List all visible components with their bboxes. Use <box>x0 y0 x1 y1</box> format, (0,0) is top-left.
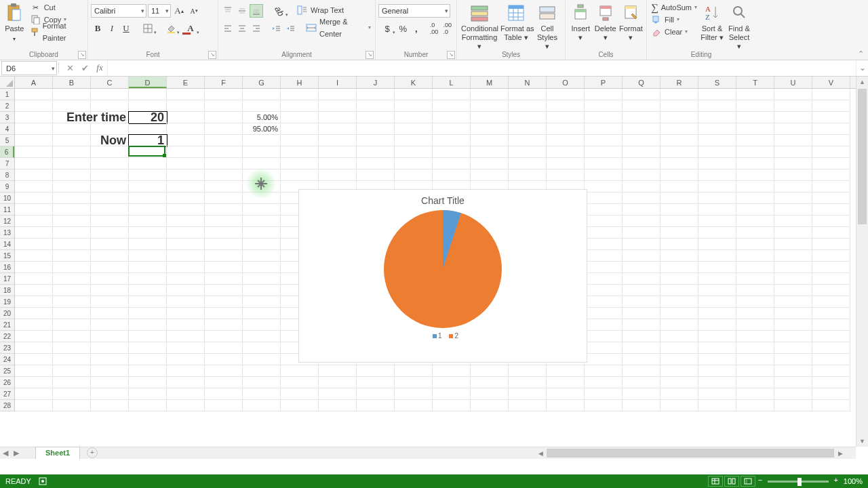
increase-indent-button[interactable] <box>284 22 298 35</box>
wrap-icon <box>297 5 308 16</box>
bold-button[interactable]: B <box>91 22 104 35</box>
legend-label-1: 1 <box>438 332 442 340</box>
macro-record-icon[interactable] <box>38 476 47 486</box>
svg-text:A: A <box>705 5 711 13</box>
cell-grid[interactable]: Chart Title 1 2 Enter time205.00%95.00%N… <box>15 89 856 447</box>
fx-icon[interactable]: fx <box>92 60 107 76</box>
align-top-button[interactable] <box>221 4 235 18</box>
embedded-chart[interactable]: Chart Title 1 2 <box>298 189 587 363</box>
percent-format-button[interactable]: % <box>397 22 410 35</box>
font-color-button[interactable]: A <box>181 22 200 35</box>
increase-decimal-button[interactable]: .0.00 <box>428 22 441 35</box>
eraser-icon <box>651 26 662 37</box>
delete-icon <box>598 4 613 22</box>
tab-nav-prev-icon[interactable]: ◀ <box>0 449 11 458</box>
format-cells-button[interactable]: Format▾ <box>618 1 644 43</box>
svg-rect-64 <box>745 479 751 484</box>
autosum-button[interactable]: ∑AutoSum ▾ <box>650 1 698 14</box>
ribbon: Paste ▾ ✂Cut Copy ▾ Format Painter Clipb… <box>0 0 868 60</box>
format-painter-button[interactable]: Format Painter <box>29 26 85 38</box>
increase-font-button[interactable]: A▴ <box>172 4 186 18</box>
underline-button[interactable]: U <box>119 22 133 35</box>
group-label: Clipboard <box>0 50 87 60</box>
name-box[interactable]: D6 <box>1 61 57 75</box>
row-headers[interactable]: 1234567891011121314151617181920212223242… <box>0 89 15 411</box>
formula-input[interactable] <box>107 60 856 76</box>
svg-rect-10 <box>167 32 175 33</box>
dialog-launcher-icon[interactable]: ↘ <box>366 51 374 59</box>
enter-formula-button[interactable]: ✔ <box>77 60 92 76</box>
comma-format-button[interactable]: , <box>410 22 423 35</box>
find-select-button[interactable]: Find & Select ▾ <box>726 1 753 52</box>
fill-down-icon <box>651 14 662 25</box>
svg-rect-41 <box>540 7 555 12</box>
status-bar: READY 100% <box>0 474 868 488</box>
clear-button[interactable]: Clear ▾ <box>650 26 698 38</box>
align-center-button[interactable] <box>235 22 249 35</box>
collapse-ribbon-icon[interactable]: ⌃ <box>858 49 864 58</box>
align-bottom-button[interactable] <box>250 4 263 18</box>
cell-styles-button[interactable]: Cell Styles ▾ <box>533 1 561 52</box>
view-page-layout-button[interactable] <box>724 476 739 487</box>
fill-button[interactable]: Fill ▾ <box>650 14 698 26</box>
group-cells: Insert▾ Delete▾ Format▾ Cells <box>566 0 647 60</box>
italic-button[interactable]: I <box>105 22 119 35</box>
insert-cells-button[interactable]: Insert▾ <box>568 1 593 43</box>
merge-center-button[interactable]: Merge & Center ▾ <box>304 22 372 34</box>
column-headers[interactable]: ABCDEFGHIJKLMNOPQRSTUV <box>15 77 856 89</box>
group-label: Alignment <box>218 50 375 60</box>
vertical-scrollbar[interactable]: ▲▼ <box>856 77 868 447</box>
orientation-button[interactable]: ab <box>270 4 289 18</box>
add-sheet-button[interactable]: + <box>87 447 98 458</box>
decrease-decimal-button[interactable]: .00.0 <box>441 22 454 35</box>
dialog-launcher-icon[interactable]: ↘ <box>447 51 455 59</box>
paste-icon <box>5 3 23 23</box>
group-label: Styles <box>457 50 565 60</box>
sort-filter-button[interactable]: AZSort & Filter ▾ <box>698 1 726 52</box>
number-format-combo[interactable]: General <box>378 4 450 18</box>
select-all-button[interactable] <box>0 77 15 89</box>
spreadsheet-area: ABCDEFGHIJKLMNOPQRSTUV 12345678910111213… <box>0 77 868 459</box>
horizontal-scrollbar[interactable]: ◀▶ <box>536 447 845 459</box>
delete-cells-button[interactable]: Delete▾ <box>593 1 618 43</box>
group-clipboard: Paste ▾ ✂Cut Copy ▾ Format Painter Clipb… <box>0 0 88 60</box>
align-middle-button[interactable] <box>235 4 249 18</box>
cell-styles-icon <box>538 4 556 22</box>
format-as-table-button[interactable]: Format as Table ▾ <box>499 1 533 52</box>
decrease-font-button[interactable]: A▾ <box>187 4 201 18</box>
paste-button[interactable]: Paste ▾ <box>3 1 26 45</box>
decrease-indent-button[interactable] <box>270 22 283 35</box>
accounting-format-button[interactable]: $ <box>378 22 396 35</box>
dialog-launcher-icon[interactable]: ↘ <box>208 51 216 59</box>
copy-icon <box>31 14 41 25</box>
legend-swatch-1 <box>433 334 437 338</box>
font-size-combo[interactable]: 11 <box>148 4 171 18</box>
font-name-combo[interactable]: Calibri <box>91 4 146 18</box>
cond-format-icon <box>470 3 489 22</box>
zoom-slider[interactable] <box>768 481 829 483</box>
view-page-break-button[interactable] <box>741 476 755 487</box>
tab-sheet1[interactable]: Sheet1 <box>35 447 80 459</box>
view-normal-button[interactable] <box>708 476 723 487</box>
cut-button[interactable]: ✂Cut <box>29 1 85 14</box>
wrap-text-button[interactable]: Wrap Text <box>296 4 345 16</box>
svg-line-55 <box>741 14 745 18</box>
cancel-formula-button[interactable]: ✕ <box>62 60 77 76</box>
group-alignment: ab Wrap Text Merge & Center ▾ Alignment … <box>218 0 376 60</box>
chart-legend: 1 2 <box>299 332 587 340</box>
border-button[interactable] <box>138 22 157 35</box>
group-label: Cells <box>566 50 646 60</box>
align-left-button[interactable] <box>221 22 235 35</box>
zoom-level[interactable]: 100% <box>844 477 863 485</box>
svg-rect-42 <box>540 14 555 19</box>
svg-rect-59 <box>712 479 719 484</box>
conditional-formatting-button[interactable]: Conditional Formatting ▾ <box>460 1 499 52</box>
align-right-button[interactable] <box>250 22 263 35</box>
expand-formula-bar-icon[interactable]: ⌄ <box>856 60 868 76</box>
fill-color-button[interactable] <box>161 22 180 35</box>
dialog-launcher-icon[interactable]: ↘ <box>78 51 86 59</box>
tab-nav-next-icon[interactable]: ▶ <box>11 449 22 458</box>
group-label: Number <box>376 50 456 60</box>
svg-rect-5 <box>32 28 37 32</box>
status-mode: READY <box>5 477 31 485</box>
